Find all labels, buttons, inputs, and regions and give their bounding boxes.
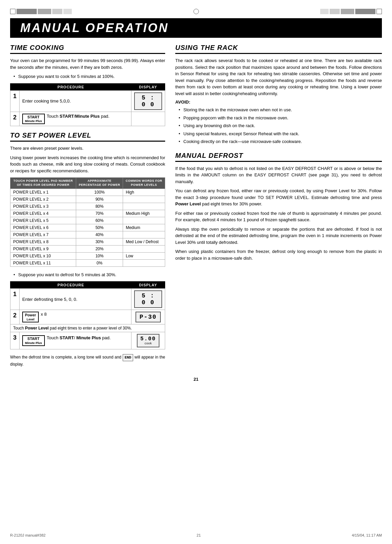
power-col3: Medium xyxy=(123,224,165,231)
power-col2: 90% xyxy=(76,196,123,203)
power-col2: 30% xyxy=(76,238,123,245)
power-col2: 80% xyxy=(76,203,123,210)
disp-heading: DISPLAY xyxy=(131,83,165,90)
deco-rect7 xyxy=(341,9,354,14)
time-cooking-section: TIME COOKING Your oven can be programmed… xyxy=(10,44,165,126)
power-col1: POWER LEVEL x 9 xyxy=(10,245,76,252)
power-col2: 50% xyxy=(76,224,123,231)
power-col1: POWER LEVEL x 6 xyxy=(10,224,76,231)
manual-defrost-para1: If the food that you wish to defrost is … xyxy=(175,165,382,185)
using-rack-section: USING THE RACK The rack rack allows seve… xyxy=(175,44,382,145)
footer-left: R-2120J manual#382 xyxy=(10,533,46,537)
power-level-button: Power Level xyxy=(22,312,39,322)
power-col1: POWER LEVEL x 7 xyxy=(10,231,76,238)
proc-heading2: PROCEDURE xyxy=(10,282,131,289)
step2-cell: START Minute Plus Touch START/Minute Plu… xyxy=(20,112,131,126)
step2-inline: START Minute Plus Touch START/Minute Plu… xyxy=(22,114,128,124)
step1-display: 5 : 0 0 xyxy=(131,90,165,112)
disp-heading2: DISPLAY xyxy=(131,282,165,289)
page-title: MANUAL OPERATION xyxy=(20,21,372,35)
time-cooking-heading: TIME COOKING xyxy=(10,44,165,54)
avoid-item: Using any browning dish on the rack. xyxy=(179,122,382,129)
power-col3 xyxy=(123,259,165,266)
defrost-step1-display: 5 : 0 0 xyxy=(131,289,165,310)
defrost-display1: 5 : 0 0 xyxy=(134,290,162,308)
table-row: Touch Power Level pad eight times to ent… xyxy=(10,324,165,332)
power-col2: 40% xyxy=(76,231,123,238)
start2-btn-bot: Minute Plus xyxy=(25,341,42,345)
step2-display-empty xyxy=(131,112,165,126)
defrost-display2: P-30 xyxy=(135,312,161,322)
manual-defrost-section: MANUAL DEFROST If the food that you wish… xyxy=(175,152,382,262)
defrost-step3-display: 5.00 cook xyxy=(131,332,165,349)
power-col1: POWER LEVEL x 5 xyxy=(10,217,76,224)
deco-rect2 xyxy=(38,9,51,14)
power-col1: POWER LEVEL x 2 xyxy=(10,196,76,203)
table-row: 1 Enter defrosting time 5, 0, 0. 5 : 0 0 xyxy=(10,289,165,310)
display-value1: 5 : 0 0 xyxy=(134,92,162,110)
defrost-step3-cell: START Minute Plus Touch START/ Minute Pl… xyxy=(20,332,131,349)
defrost-step1-text: Enter defrosting time 5, 0, 0. xyxy=(20,289,131,310)
power-level-section: TO SET POWER LEVEL There are eleven pres… xyxy=(10,132,165,367)
defrost-table: PROCEDURE DISPLAY 1 Enter defrosting tim… xyxy=(10,281,165,349)
proc-heading: PROCEDURE xyxy=(10,83,131,90)
step1-num: 1 xyxy=(10,90,20,112)
power-level-table: TOUCH POWER LEVEL PAD NUMBER OF TIMES FO… xyxy=(10,177,165,266)
deco-left xyxy=(10,9,72,14)
power-col2: 10% xyxy=(76,252,123,259)
power-col2: 100% xyxy=(76,189,123,196)
deco-rect3 xyxy=(52,9,62,14)
x8-text: x 8 xyxy=(41,312,47,317)
power-col1: POWER LEVEL x 4 xyxy=(10,210,76,217)
footer-center: 21 xyxy=(197,533,201,537)
power-col1: POWER LEVEL x 1 xyxy=(10,189,76,196)
power-col3: Med Low / Defrost xyxy=(123,238,165,245)
power-col3 xyxy=(123,203,165,210)
time-cooking-bullets: Suppose you want to cook for 5 minutes a… xyxy=(13,73,165,80)
start-button2: START Minute Plus xyxy=(22,335,45,346)
time-cooking-para1: Your oven can be programmed for 99 minut… xyxy=(10,57,165,70)
step2-num: 2 xyxy=(10,112,20,126)
table-row: 3 START Minute Plus Touch START/ Minute … xyxy=(10,332,165,349)
deco-rect4 xyxy=(63,9,72,14)
step1-text: Enter cooking time 5,0,0. xyxy=(20,90,131,112)
power-col1: POWER LEVEL x 3 xyxy=(10,203,76,210)
avoid-item: Storing the rack in the microwave oven w… xyxy=(179,107,382,113)
table-row: POWER LEVEL x 5 60% xyxy=(10,217,165,224)
defrost-bullets: Suppose you want to defrost for 5 minute… xyxy=(13,271,165,278)
time-cooking-bullet1: Suppose you want to cook for 5 minutes a… xyxy=(13,73,165,80)
manual-defrost-para5: When using plastic containers from the f… xyxy=(175,248,382,261)
power-col3 xyxy=(123,245,165,252)
step2-note-cell: Touch Power Level pad eight times to ent… xyxy=(10,324,165,332)
defrost-step3-num: 3 xyxy=(10,332,20,349)
avoid-list: Storing the rack in the microwave oven w… xyxy=(179,107,382,145)
deco-rect5 xyxy=(320,9,329,14)
power-col3 xyxy=(123,217,165,224)
step3-text: Touch START/ Minute Plus pad. xyxy=(47,335,111,340)
left-column: TIME COOKING Your oven can be programmed… xyxy=(10,44,165,370)
using-rack-para1: The rack rack allows several foods to be… xyxy=(175,57,382,97)
power-col2: 0% xyxy=(76,259,123,266)
power-col2: 70% xyxy=(76,210,123,217)
footer-right: 4/15/04, 11:17 AM xyxy=(352,533,382,537)
table-row: POWER LEVEL x 1 100% High xyxy=(10,189,165,196)
avoid-item: Popping popcorn with the rack in the mic… xyxy=(179,115,382,121)
table-row: POWER LEVEL x 3 80% xyxy=(10,203,165,210)
display3-sub: cook xyxy=(140,342,156,345)
deco-center xyxy=(193,9,199,14)
time-cooking-table: PROCEDURE DISPLAY 1 Enter cooking time 5… xyxy=(10,83,165,126)
defrost-step2-num: 2 xyxy=(10,310,20,324)
title-bar: MANUAL OPERATION xyxy=(10,18,382,38)
step2-power-inline: Power Level x 8 xyxy=(22,312,128,322)
defrost-note-text: When the defrost time is complete, a lon… xyxy=(10,355,121,360)
defrost-step2-cell: Power Level x 8 xyxy=(20,310,131,324)
using-rack-heading: USING THE RACK xyxy=(175,44,382,54)
power-col3 xyxy=(123,196,165,203)
end-display-box: END xyxy=(123,354,133,361)
table-row: POWER LEVEL x 8 30% Med Low / Defrost xyxy=(10,238,165,245)
deco-square2 xyxy=(376,9,382,14)
table-row: POWER LEVEL x 6 50% Medium xyxy=(10,224,165,231)
table-row: POWER LEVEL x 7 40% xyxy=(10,231,165,238)
top-decoration xyxy=(0,7,392,16)
defrost-display3: 5.00 cook xyxy=(137,334,159,347)
